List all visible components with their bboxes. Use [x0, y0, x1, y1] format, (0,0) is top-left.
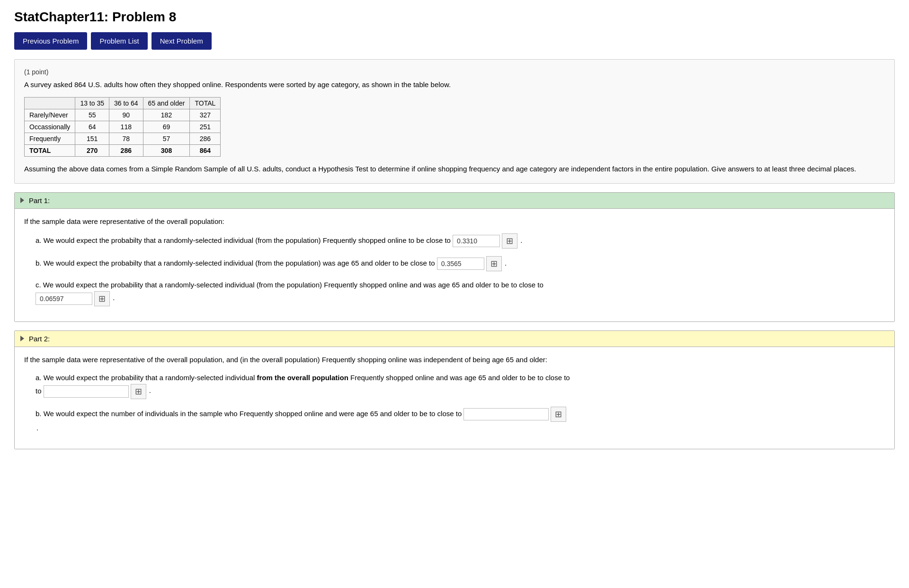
- nav-buttons: Previous Problem Problem List Next Probl…: [14, 32, 895, 50]
- part1-qc-text: c. We would expect the probability that …: [36, 281, 544, 289]
- part1-intro: If the sample data were representative o…: [24, 216, 885, 227]
- part1-qb-grid-button[interactable]: [486, 256, 502, 271]
- survey-text: A survey asked 864 U.S. adults how often…: [24, 80, 885, 90]
- part1-qc-input[interactable]: [36, 293, 92, 305]
- part1-qc-period: .: [113, 294, 115, 302]
- table-cell-1-1: 64: [75, 121, 109, 133]
- part2-qb-input[interactable]: [463, 408, 549, 420]
- part1-qa-input[interactable]: [453, 235, 500, 247]
- table-cell-0-1: 55: [75, 109, 109, 121]
- part1-question-b: b. We would expect the probabilty that a…: [36, 256, 885, 271]
- table-cell-1-3: 69: [143, 121, 190, 133]
- part2-content: If the sample data were representative o…: [15, 347, 894, 449]
- table-cell-3-4: 864: [190, 144, 221, 156]
- table-cell-0-4: 327: [190, 109, 221, 121]
- part1-question-c: c. We would expect the probability that …: [36, 279, 885, 306]
- grid-icon-c: [98, 294, 106, 304]
- table-header-4: TOTAL: [190, 97, 221, 109]
- part2-qa-text-before: a. We would expect the probability that …: [36, 374, 570, 382]
- part2-qb-grid-button[interactable]: [551, 407, 566, 422]
- part2-qa-to-label: to: [36, 386, 44, 394]
- part2-triangle-icon: [20, 336, 24, 341]
- table-cell-2-1: 151: [75, 133, 109, 144]
- part2-qb-text: b. We would expect the number of individ…: [36, 409, 462, 417]
- part1-triangle-icon: [20, 197, 24, 203]
- grid-icon-b: [490, 258, 498, 269]
- part1-qa-period: .: [520, 236, 522, 244]
- table-cell-2-3: 57: [143, 133, 190, 144]
- table-cell-3-2: 286: [109, 144, 143, 156]
- table-header-2: 36 to 64: [109, 97, 143, 109]
- part2-intro: If the sample data were representative o…: [24, 355, 885, 365]
- page-title: StatChapter11: Problem 8: [14, 9, 895, 25]
- part1-section: Part 1: If the sample data were represen…: [14, 192, 895, 322]
- part1-qa-text: a. We would expect the probabilty that a…: [36, 236, 451, 244]
- part2-header[interactable]: Part 2:: [15, 331, 894, 347]
- part1-qb-period: .: [505, 259, 507, 267]
- part2-label: Part 2:: [29, 335, 50, 343]
- part2-qa-grid-button[interactable]: [131, 384, 146, 399]
- part1-qa-grid-button[interactable]: [502, 233, 517, 249]
- grid-icon-2b: [555, 409, 562, 419]
- part2-qb-answer: [463, 407, 566, 422]
- part1-header[interactable]: Part 1:: [15, 193, 894, 209]
- part2-section: Part 2: If the sample data were represen…: [14, 330, 895, 450]
- table-header-0: [25, 97, 75, 109]
- point-label: (1 point): [24, 68, 885, 76]
- part1-qb-text: b. We would expect the probabilty that a…: [36, 259, 435, 267]
- table-cell-0-0: Rarely/Never: [25, 109, 75, 121]
- table-cell-0-3: 182: [143, 109, 190, 121]
- table-cell-0-2: 90: [109, 109, 143, 121]
- grid-icon-2a: [135, 386, 142, 397]
- table-cell-2-4: 286: [190, 133, 221, 144]
- table-cell-3-1: 270: [75, 144, 109, 156]
- part1-qc-grid-button[interactable]: [94, 291, 110, 306]
- part1-qc-answer: [36, 291, 110, 306]
- table-cell-1-2: 118: [109, 121, 143, 133]
- part2-qa-answer: [44, 384, 146, 399]
- part1-question-a: a. We would expect the probabilty that a…: [36, 233, 885, 249]
- table-cell-1-0: Occassionally: [25, 121, 75, 133]
- table-row: TOTAL270286308864: [25, 144, 221, 156]
- next-problem-button[interactable]: Next Problem: [152, 32, 212, 50]
- table-cell-3-0: TOTAL: [25, 144, 75, 156]
- problem-list-button[interactable]: Problem List: [91, 32, 147, 50]
- part2-question-b: b. We would expect the number of individ…: [36, 407, 885, 434]
- table-cell-3-3: 308: [143, 144, 190, 156]
- table-header-3: 65 and older: [143, 97, 190, 109]
- table-cell-2-2: 78: [109, 133, 143, 144]
- table-cell-2-0: Frequently: [25, 133, 75, 144]
- table-cell-1-4: 251: [190, 121, 221, 133]
- part2-qa-period: .: [149, 386, 151, 394]
- problem-box: (1 point) A survey asked 864 U.S. adults…: [14, 59, 895, 184]
- part2-qa-bold: from the overall population: [257, 374, 348, 382]
- data-table: 13 to 3536 to 6465 and olderTOTALRarely/…: [24, 97, 221, 157]
- table-row: Rarely/Never5590182327: [25, 109, 221, 121]
- part2-question-a: a. We would expect the probability that …: [36, 372, 885, 399]
- table-row: Occassionally6411869251: [25, 121, 221, 133]
- part2-qa-input[interactable]: [44, 385, 129, 398]
- table-row: Frequently1517857286: [25, 133, 221, 144]
- part2-qa-text-after-bold: Frequently shopped online and was age 65…: [350, 374, 570, 382]
- part1-qb-input[interactable]: [437, 258, 484, 270]
- grid-icon: [506, 236, 513, 246]
- assumption-text: Assuming the above data comes from a Sim…: [24, 163, 885, 175]
- table-header-1: 13 to 35: [75, 97, 109, 109]
- part1-label: Part 1:: [29, 196, 50, 205]
- part1-qb-answer: [437, 256, 502, 271]
- prev-problem-button[interactable]: Previous Problem: [14, 32, 87, 50]
- part2-qb-period: .: [36, 424, 38, 432]
- part1-qa-answer: [453, 233, 517, 249]
- part1-content: If the sample data were representative o…: [15, 209, 894, 321]
